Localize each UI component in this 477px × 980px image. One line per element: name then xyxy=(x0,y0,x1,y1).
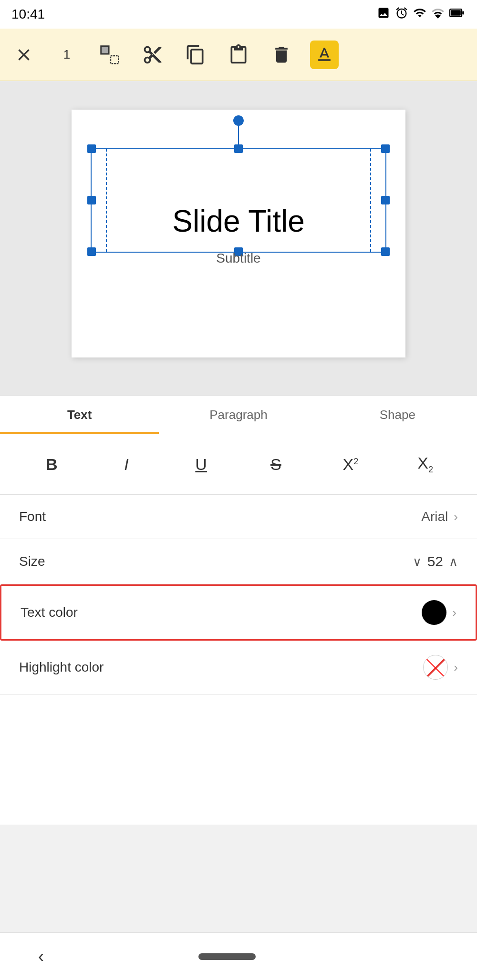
format-text-button[interactable] xyxy=(310,41,339,69)
svg-rect-2 xyxy=(451,10,460,15)
tabs-bar: Text Paragraph Shape xyxy=(0,396,477,434)
font-label: Font xyxy=(19,509,46,524)
handle-top-mid[interactable] xyxy=(234,144,243,153)
signal-icon xyxy=(431,6,445,22)
italic-button[interactable]: I xyxy=(107,448,145,481)
slide-title[interactable]: Slide Title xyxy=(172,204,304,239)
status-time: 10:41 xyxy=(11,7,45,22)
delete-button[interactable] xyxy=(267,41,296,69)
highlight-color-swatch[interactable] xyxy=(423,655,448,680)
rotation-line xyxy=(238,120,239,149)
text-color-label: Text color xyxy=(21,605,78,620)
handle-bot-right[interactable] xyxy=(381,247,390,256)
back-button[interactable]: ‹ xyxy=(38,947,44,967)
underline-button[interactable]: U xyxy=(182,448,220,481)
slide-canvas[interactable]: Slide Title Subtitle xyxy=(72,110,405,357)
svg-rect-4 xyxy=(111,55,119,63)
alarm-icon xyxy=(395,6,408,22)
copy-button[interactable] xyxy=(181,41,210,69)
text-color-chevron-icon: › xyxy=(452,605,456,620)
strikethrough-button[interactable]: S xyxy=(257,448,295,481)
text-color-swatch[interactable] xyxy=(422,600,446,625)
slide-subtitle[interactable]: Subtitle xyxy=(216,251,260,266)
size-increase-button[interactable]: ∧ xyxy=(449,554,458,569)
cut-button[interactable] xyxy=(138,41,167,69)
status-bar: 10:41 xyxy=(0,0,477,29)
paste-button[interactable] xyxy=(224,41,253,69)
font-chevron-icon: › xyxy=(454,510,458,524)
format-buttons-row: B I U S X2 X2 xyxy=(0,434,477,495)
tab-shape[interactable]: Shape xyxy=(318,396,477,434)
tab-paragraph[interactable]: Paragraph xyxy=(159,396,318,434)
highlight-color-row[interactable]: Highlight color › xyxy=(0,641,477,694)
handle-top-left[interactable] xyxy=(87,144,96,153)
superscript-button[interactable]: X2 xyxy=(332,448,370,481)
handle-top-right[interactable] xyxy=(381,144,390,153)
svg-line-5 xyxy=(424,655,448,680)
font-value: Arial › xyxy=(421,509,458,524)
handle-mid-left[interactable] xyxy=(87,196,96,204)
select-button[interactable] xyxy=(95,41,124,69)
size-value: ∨ 52 ∧ xyxy=(413,553,458,570)
rotation-handle[interactable] xyxy=(233,115,244,126)
svg-rect-1 xyxy=(462,11,464,15)
tab-text[interactable]: Text xyxy=(0,396,159,434)
wifi-icon xyxy=(413,6,426,22)
item-count: 1 xyxy=(52,41,81,69)
highlight-color-label: Highlight color xyxy=(19,660,104,675)
highlight-color-value: › xyxy=(423,655,458,680)
bottom-nav: ‹ xyxy=(0,932,477,980)
handle-bot-left[interactable] xyxy=(87,247,96,256)
text-color-value: › xyxy=(422,600,456,625)
text-color-row[interactable]: Text color › xyxy=(0,584,477,641)
size-label: Size xyxy=(19,554,45,569)
subscript-button[interactable]: X2 xyxy=(406,448,445,481)
selection-inner-right xyxy=(370,149,371,252)
close-button[interactable] xyxy=(10,41,38,69)
top-toolbar: 1 xyxy=(0,29,477,81)
highlight-color-chevron-icon: › xyxy=(454,660,458,675)
photo-icon xyxy=(377,6,390,22)
battery-icon xyxy=(449,6,466,22)
font-row[interactable]: Font Arial › xyxy=(0,495,477,539)
size-decrease-button[interactable]: ∨ xyxy=(413,554,422,569)
handle-mid-right[interactable] xyxy=(381,196,390,204)
slide-area: Slide Title Subtitle xyxy=(0,81,477,396)
svg-rect-3 xyxy=(101,46,109,54)
bold-button[interactable]: B xyxy=(32,448,71,481)
bottom-panel: Text Paragraph Shape B I U S X2 X2 Font xyxy=(0,396,477,825)
selection-inner-left xyxy=(106,149,107,252)
size-row[interactable]: Size ∨ 52 ∧ xyxy=(0,539,477,584)
home-pill[interactable] xyxy=(198,953,256,960)
status-icons xyxy=(377,6,466,22)
